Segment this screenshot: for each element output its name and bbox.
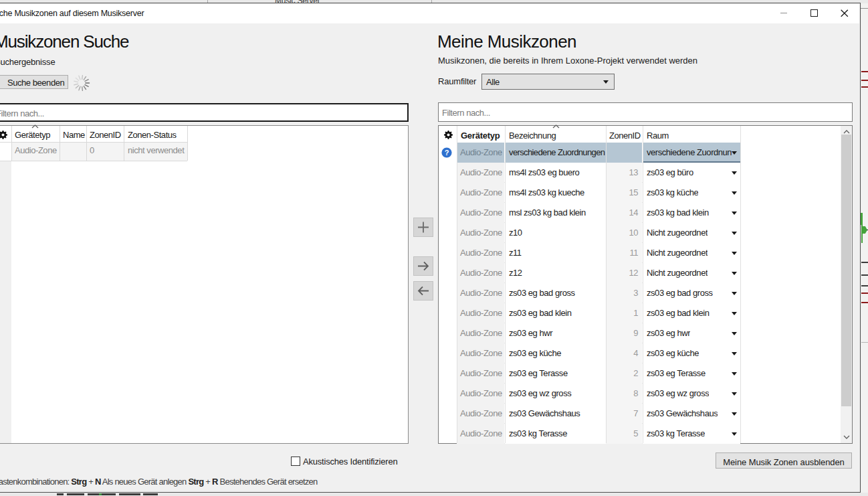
svg-text:?: ? (445, 149, 449, 157)
